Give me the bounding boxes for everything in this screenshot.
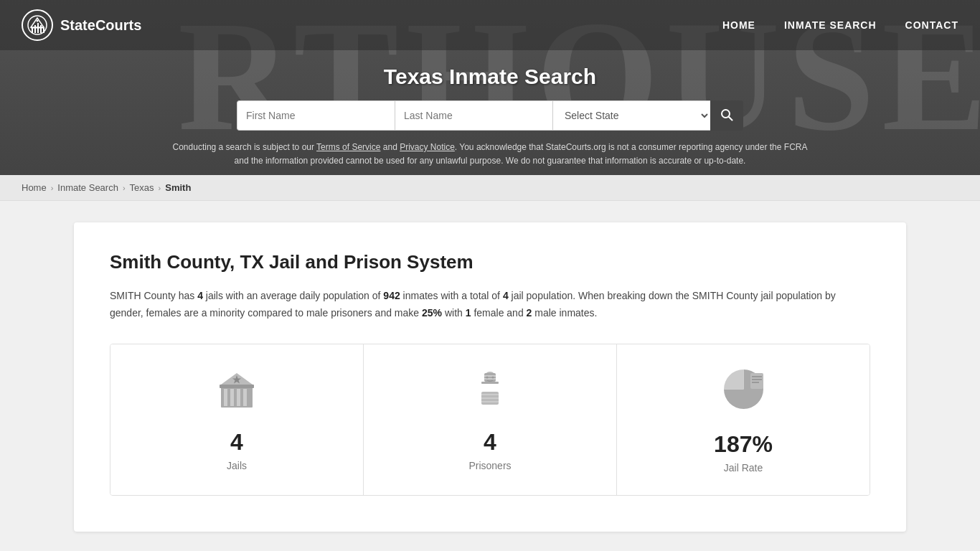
svg-point-8 [37, 20, 39, 22]
svg-rect-23 [484, 378, 496, 380]
svg-rect-13 [230, 389, 234, 406]
svg-rect-31 [752, 376, 762, 377]
svg-rect-5 [43, 28, 44, 33]
county-description: SMITH County has 4 jails with an average… [110, 288, 870, 322]
hero-title: Texas Inmate Search [14, 65, 966, 89]
nav-contact[interactable]: CONTACT [905, 19, 958, 31]
site-name: StateCourts [60, 17, 141, 34]
breadcrumb-home[interactable]: Home [22, 182, 47, 193]
hero-section: Texas Inmate Search Select State Alabama… [0, 50, 980, 175]
svg-rect-22 [484, 375, 496, 377]
desc-part6: female and [471, 307, 527, 319]
main-content: Smith County, TX Jail and Prison System … [74, 222, 906, 532]
breadcrumb-sep-1: › [51, 184, 54, 192]
desc-total-pop: 4 [503, 290, 509, 301]
svg-rect-16 [220, 385, 254, 388]
jail-rate-icon [720, 366, 767, 421]
search-button[interactable] [710, 100, 743, 131]
svg-rect-30 [750, 373, 763, 389]
svg-rect-33 [752, 382, 759, 383]
desc-part3: inmates with a total of [400, 290, 503, 301]
logo[interactable]: StateCourts [22, 9, 141, 41]
privacy-link[interactable]: Privacy Notice [400, 142, 455, 152]
breadcrumb-current: Smith [165, 182, 191, 193]
jail-icon [215, 367, 258, 419]
svg-rect-12 [224, 389, 227, 406]
search-form: Select State Alabama Alaska Arizona Arka… [14, 100, 966, 131]
breadcrumb-state[interactable]: Texas [130, 182, 154, 193]
nav-inmate-search[interactable]: INMATE SEARCH [784, 19, 877, 31]
svg-point-29 [492, 377, 494, 379]
svg-rect-27 [481, 401, 499, 402]
jails-label: Jails [227, 460, 247, 471]
stat-jail-rate: 187% Jail Rate [617, 344, 870, 495]
first-name-input[interactable] [237, 100, 395, 131]
jail-rate-number: 187% [714, 431, 773, 458]
svg-rect-26 [481, 397, 499, 399]
search-icon [720, 108, 733, 123]
svg-rect-14 [237, 389, 240, 406]
desc-female-count: 1 [466, 307, 471, 319]
breadcrumb: Home › Inmate Search › Texas › Smith [0, 175, 980, 201]
desc-part5: with [442, 307, 466, 319]
disclaimer-text: Conducting a search is subject to our Te… [167, 141, 813, 168]
desc-female-pct: 25% [422, 307, 442, 319]
svg-rect-4 [40, 25, 42, 33]
stat-jails: 4 Jails [110, 344, 364, 495]
nav-home[interactable]: HOME [722, 19, 755, 31]
stat-prisoners: 4 Prisoners [364, 344, 617, 495]
county-title: Smith County, TX Jail and Prison System [110, 251, 870, 273]
svg-rect-20 [481, 382, 499, 384]
stats-grid: 4 Jails [110, 344, 870, 496]
svg-rect-2 [34, 25, 36, 33]
desc-avg-pop: 942 [383, 290, 400, 301]
desc-part1: SMITH County has [110, 290, 197, 301]
header: RTHOUSE StateCourts HOME INMATE [0, 0, 980, 175]
last-name-input[interactable] [395, 100, 552, 131]
svg-rect-1 [32, 28, 33, 33]
prisoner-icon [468, 367, 512, 419]
jails-number: 4 [230, 429, 243, 456]
logo-icon [22, 9, 53, 41]
prisoners-number: 4 [484, 429, 496, 456]
breadcrumb-sep-2: › [123, 184, 126, 192]
jail-rate-label: Jail Rate [724, 462, 763, 474]
desc-jails: 4 [197, 290, 203, 301]
svg-point-28 [486, 377, 489, 379]
nav-links: HOME INMATE SEARCH CONTACT [722, 19, 958, 31]
terms-link[interactable]: Terms of Service [316, 142, 380, 152]
prisoners-label: Prisoners [468, 460, 511, 471]
nav-bar: StateCourts HOME INMATE SEARCH CONTACT [0, 0, 980, 50]
desc-part7: male inmates. [532, 307, 597, 319]
svg-rect-25 [481, 394, 499, 395]
svg-rect-15 [243, 389, 247, 406]
svg-line-10 [729, 116, 732, 120]
breadcrumb-sep-3: › [159, 184, 161, 192]
state-select[interactable]: Select State Alabama Alaska Arizona Arka… [552, 100, 710, 131]
svg-rect-32 [752, 379, 762, 380]
svg-rect-21 [484, 373, 496, 382]
desc-part2: jails with an average daily population o… [203, 290, 383, 301]
breadcrumb-inmate-search[interactable]: Inmate Search [57, 182, 118, 193]
